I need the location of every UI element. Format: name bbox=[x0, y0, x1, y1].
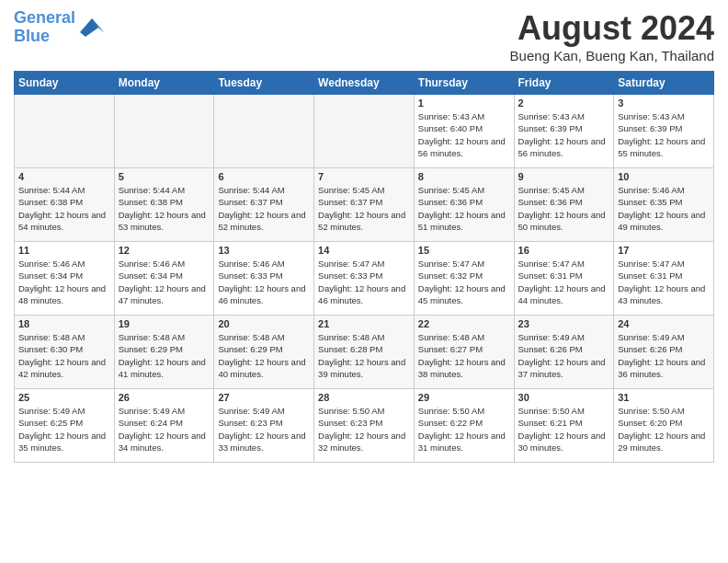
weekday-header-wednesday: Wednesday bbox=[314, 72, 415, 95]
daylight-label: Daylight: 12 hours and 32 minutes. bbox=[318, 431, 405, 453]
sunrise-label: Sunrise: 5:43 AM bbox=[518, 111, 585, 121]
calendar-cell: 17 Sunrise: 5:47 AM Sunset: 6:31 PM Dayl… bbox=[614, 242, 714, 316]
sunset-label: Sunset: 6:22 PM bbox=[418, 418, 483, 428]
day-info: Sunrise: 5:44 AM Sunset: 6:38 PM Dayligh… bbox=[119, 184, 210, 233]
day-number: 16 bbox=[518, 245, 610, 256]
day-number: 31 bbox=[618, 392, 710, 403]
calendar-cell: 25 Sunrise: 5:49 AM Sunset: 6:25 PM Dayl… bbox=[15, 389, 115, 463]
daylight-label: Daylight: 12 hours and 46 minutes. bbox=[318, 283, 405, 305]
sunrise-label: Sunrise: 5:50 AM bbox=[418, 406, 484, 416]
day-info: Sunrise: 5:49 AM Sunset: 6:26 PM Dayligh… bbox=[618, 331, 710, 380]
day-info: Sunrise: 5:48 AM Sunset: 6:29 PM Dayligh… bbox=[218, 331, 310, 380]
calendar-cell: 13 Sunrise: 5:46 AM Sunset: 6:33 PM Dayl… bbox=[214, 242, 314, 316]
week-row-3: 11 Sunrise: 5:46 AM Sunset: 6:34 PM Dayl… bbox=[15, 242, 714, 316]
sunset-label: Sunset: 6:24 PM bbox=[119, 418, 183, 428]
daylight-label: Daylight: 12 hours and 38 minutes. bbox=[418, 357, 506, 379]
day-number: 11 bbox=[18, 245, 110, 256]
day-info: Sunrise: 5:46 AM Sunset: 6:33 PM Dayligh… bbox=[218, 258, 310, 306]
sunset-label: Sunset: 6:39 PM bbox=[618, 123, 682, 133]
sunrise-label: Sunrise: 5:50 AM bbox=[618, 406, 684, 416]
day-info: Sunrise: 5:43 AM Sunset: 6:40 PM Dayligh… bbox=[418, 110, 510, 159]
daylight-label: Daylight: 12 hours and 44 minutes. bbox=[518, 283, 606, 305]
calendar-cell: 26 Sunrise: 5:49 AM Sunset: 6:24 PM Dayl… bbox=[114, 389, 214, 463]
sunset-label: Sunset: 6:35 PM bbox=[618, 197, 682, 207]
calendar-cell: 12 Sunrise: 5:46 AM Sunset: 6:34 PM Dayl… bbox=[114, 242, 214, 316]
daylight-label: Daylight: 12 hours and 39 minutes. bbox=[318, 357, 405, 379]
sunset-label: Sunset: 6:30 PM bbox=[18, 344, 83, 354]
calendar-cell: 5 Sunrise: 5:44 AM Sunset: 6:38 PM Dayli… bbox=[114, 168, 214, 242]
sunrise-label: Sunrise: 5:48 AM bbox=[418, 332, 484, 342]
calendar-cell: 18 Sunrise: 5:48 AM Sunset: 6:30 PM Dayl… bbox=[15, 316, 115, 389]
day-info: Sunrise: 5:46 AM Sunset: 6:35 PM Dayligh… bbox=[618, 184, 710, 233]
day-number: 7 bbox=[318, 171, 410, 182]
sunset-label: Sunset: 6:32 PM bbox=[418, 270, 483, 281]
weekday-header-row: SundayMondayTuesdayWednesdayThursdayFrid… bbox=[15, 72, 714, 95]
calendar-cell: 29 Sunrise: 5:50 AM Sunset: 6:22 PM Dayl… bbox=[414, 389, 514, 463]
calendar-cell: 24 Sunrise: 5:49 AM Sunset: 6:26 PM Dayl… bbox=[614, 316, 714, 389]
week-row-1: 1 Sunrise: 5:43 AM Sunset: 6:40 PM Dayli… bbox=[15, 95, 714, 168]
svg-marker-0 bbox=[80, 18, 104, 37]
sunrise-label: Sunrise: 5:45 AM bbox=[318, 185, 384, 195]
sunset-label: Sunset: 6:33 PM bbox=[218, 270, 282, 281]
daylight-label: Daylight: 12 hours and 49 minutes. bbox=[618, 210, 705, 232]
day-number: 23 bbox=[518, 318, 610, 329]
sunrise-label: Sunrise: 5:45 AM bbox=[518, 185, 585, 195]
logo-text: GeneralBlue bbox=[14, 9, 75, 46]
day-info: Sunrise: 5:49 AM Sunset: 6:26 PM Dayligh… bbox=[518, 331, 610, 380]
day-number: 28 bbox=[318, 392, 410, 403]
sunrise-label: Sunrise: 5:43 AM bbox=[418, 111, 484, 121]
sunrise-label: Sunrise: 5:49 AM bbox=[18, 406, 85, 416]
sunset-label: Sunset: 6:34 PM bbox=[119, 270, 183, 281]
sunset-label: Sunset: 6:36 PM bbox=[518, 197, 583, 207]
daylight-label: Daylight: 12 hours and 43 minutes. bbox=[618, 283, 705, 305]
week-row-4: 18 Sunrise: 5:48 AM Sunset: 6:30 PM Dayl… bbox=[15, 316, 714, 389]
calendar-cell: 7 Sunrise: 5:45 AM Sunset: 6:37 PM Dayli… bbox=[314, 168, 415, 242]
day-number: 30 bbox=[518, 392, 610, 403]
day-info: Sunrise: 5:50 AM Sunset: 6:23 PM Dayligh… bbox=[318, 405, 410, 454]
day-number: 18 bbox=[18, 318, 110, 329]
day-number: 19 bbox=[119, 318, 210, 329]
sunrise-label: Sunrise: 5:46 AM bbox=[218, 259, 284, 269]
day-info: Sunrise: 5:45 AM Sunset: 6:36 PM Dayligh… bbox=[518, 184, 610, 233]
calendar-cell: 11 Sunrise: 5:46 AM Sunset: 6:34 PM Dayl… bbox=[15, 242, 115, 316]
calendar-cell: 4 Sunrise: 5:44 AM Sunset: 6:38 PM Dayli… bbox=[15, 168, 115, 242]
calendar-cell: 16 Sunrise: 5:47 AM Sunset: 6:31 PM Dayl… bbox=[514, 242, 614, 316]
sunrise-label: Sunrise: 5:44 AM bbox=[119, 185, 185, 195]
day-number: 6 bbox=[218, 171, 310, 182]
calendar-cell: 30 Sunrise: 5:50 AM Sunset: 6:21 PM Dayl… bbox=[514, 389, 614, 463]
daylight-label: Daylight: 12 hours and 33 minutes. bbox=[218, 431, 305, 453]
day-number: 5 bbox=[119, 171, 210, 182]
sunrise-label: Sunrise: 5:46 AM bbox=[618, 185, 684, 195]
day-number: 15 bbox=[418, 245, 510, 256]
daylight-label: Daylight: 12 hours and 31 minutes. bbox=[418, 431, 506, 453]
sunrise-label: Sunrise: 5:43 AM bbox=[618, 111, 684, 121]
daylight-label: Daylight: 12 hours and 29 minutes. bbox=[618, 431, 705, 453]
sunset-label: Sunset: 6:34 PM bbox=[18, 270, 83, 281]
day-number: 14 bbox=[318, 245, 410, 256]
daylight-label: Daylight: 12 hours and 36 minutes. bbox=[618, 357, 705, 379]
calendar-cell: 3 Sunrise: 5:43 AM Sunset: 6:39 PM Dayli… bbox=[614, 95, 714, 168]
page-container: GeneralBlue August 2024 Bueng Kan, Bueng… bbox=[0, 0, 728, 472]
day-info: Sunrise: 5:46 AM Sunset: 6:34 PM Dayligh… bbox=[18, 258, 110, 306]
daylight-label: Daylight: 12 hours and 41 minutes. bbox=[119, 357, 206, 379]
sunset-label: Sunset: 6:26 PM bbox=[518, 344, 583, 354]
weekday-header-tuesday: Tuesday bbox=[214, 72, 314, 95]
day-info: Sunrise: 5:49 AM Sunset: 6:24 PM Dayligh… bbox=[119, 405, 210, 454]
calendar-cell: 8 Sunrise: 5:45 AM Sunset: 6:36 PM Dayli… bbox=[414, 168, 514, 242]
sunset-label: Sunset: 6:23 PM bbox=[318, 418, 382, 428]
day-number: 2 bbox=[518, 98, 610, 109]
daylight-label: Daylight: 12 hours and 37 minutes. bbox=[518, 357, 606, 379]
day-number: 8 bbox=[418, 171, 510, 182]
day-number: 20 bbox=[218, 318, 310, 329]
title-section: August 2024 Bueng Kan, Bueng Kan, Thaila… bbox=[510, 9, 714, 63]
day-number: 27 bbox=[218, 392, 310, 403]
day-info: Sunrise: 5:48 AM Sunset: 6:27 PM Dayligh… bbox=[418, 331, 510, 380]
day-info: Sunrise: 5:50 AM Sunset: 6:21 PM Dayligh… bbox=[518, 405, 610, 454]
calendar-cell: 27 Sunrise: 5:49 AM Sunset: 6:23 PM Dayl… bbox=[214, 389, 314, 463]
day-info: Sunrise: 5:43 AM Sunset: 6:39 PM Dayligh… bbox=[518, 110, 610, 159]
weekday-header-monday: Monday bbox=[114, 72, 214, 95]
day-number: 1 bbox=[418, 98, 510, 109]
sunrise-label: Sunrise: 5:48 AM bbox=[318, 332, 384, 342]
calendar-cell bbox=[114, 95, 214, 168]
daylight-label: Daylight: 12 hours and 40 minutes. bbox=[218, 357, 305, 379]
